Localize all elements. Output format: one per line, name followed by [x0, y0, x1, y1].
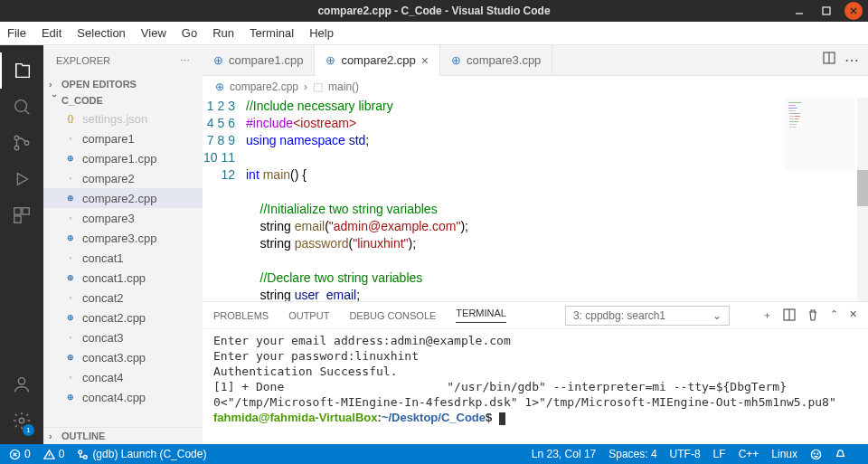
editor-tab[interactable]: ⊕compare3.cpp — [440, 45, 552, 76]
file-row[interactable]: ◦compare3 — [43, 208, 203, 228]
file-row[interactable]: ◦compare1 — [43, 128, 203, 148]
file-row[interactable]: ◦concat3 — [43, 327, 203, 347]
cpp-file-icon: ⊕ — [451, 53, 461, 67]
status-eol[interactable]: LF — [713, 448, 726, 460]
editor-scrollbar[interactable] — [857, 98, 868, 301]
status-lang[interactable]: C++ — [739, 448, 760, 460]
terminal-output[interactable]: Enter your email address:admin@example.c… — [203, 329, 868, 444]
line-gutter: 1 2 3 4 5 6 7 8 9 10 11 12 — [203, 98, 246, 301]
activity-settings-icon[interactable]: 1 — [0, 402, 43, 439]
close-panel-icon[interactable]: ✕ — [849, 308, 857, 323]
file-label: concat4 — [82, 371, 124, 384]
svg-point-26 — [814, 453, 815, 454]
file-row[interactable]: ⊕compare1.cpp — [43, 148, 203, 168]
file-row[interactable]: ⊕concat1.cpp — [43, 268, 203, 288]
file-row[interactable]: ⊕compare3.cpp — [43, 228, 203, 248]
cpp-file-icon: ⊕ — [215, 80, 224, 93]
status-encoding[interactable]: UTF-8 — [670, 448, 701, 460]
status-errors[interactable]: 0 — [9, 448, 31, 460]
status-spaces[interactable]: Spaces: 4 — [609, 448, 656, 460]
activity-scm-icon[interactable] — [0, 125, 43, 161]
sidebar-more-icon[interactable]: ⋯ — [180, 55, 190, 67]
section-project[interactable]: ›C_CODE — [43, 92, 203, 109]
breadcrumb-file[interactable]: compare2.cpp — [230, 80, 298, 93]
file-label: compare1.cpp — [82, 152, 156, 166]
file-row[interactable]: ⊕concat4.cpp — [43, 387, 203, 407]
window-maximize-button[interactable] — [817, 2, 835, 20]
activity-debug-icon[interactable] — [0, 161, 43, 197]
close-tab-icon[interactable]: × — [421, 53, 429, 68]
file-icon: ⊕ — [63, 350, 78, 365]
panel-tab-debug[interactable]: DEBUG CONSOLE — [349, 310, 436, 321]
editor-tabbar: ⊕compare1.cpp⊕compare2.cpp×⊕compare3.cpp… — [203, 45, 868, 76]
file-label: concat3 — [82, 331, 124, 345]
menu-file[interactable]: File — [7, 26, 26, 40]
window-titlebar: compare2.cpp - C_Code - Visual Studio Co… — [0, 0, 868, 22]
activity-extensions-icon[interactable] — [0, 197, 43, 233]
svg-rect-11 — [23, 208, 29, 214]
editor-tab[interactable]: ⊕compare1.cpp — [203, 45, 315, 76]
menu-go[interactable]: Go — [182, 26, 197, 40]
menu-edit[interactable]: Edit — [42, 26, 61, 40]
svg-point-27 — [817, 453, 818, 454]
status-bell-icon[interactable] — [835, 449, 846, 460]
file-icon: ◦ — [63, 211, 78, 225]
file-row[interactable]: ⊕compare2.cpp — [43, 188, 203, 208]
file-row[interactable]: ⊕concat2.cpp — [43, 308, 203, 327]
status-ln-col[interactable]: Ln 23, Col 17 — [532, 448, 596, 460]
file-row[interactable]: ◦concat2 — [43, 288, 203, 308]
status-feedback-icon[interactable] — [810, 449, 822, 460]
split-editor-icon[interactable] — [823, 52, 835, 69]
editor-more-icon[interactable]: ⋯ — [844, 52, 859, 69]
editor-tab[interactable]: ⊕compare2.cpp× — [315, 45, 440, 76]
section-outline[interactable]: ›OUTLINE — [43, 427, 203, 444]
window-close-button[interactable] — [844, 2, 863, 20]
file-label: compare1 — [82, 132, 135, 146]
panel-tab-output[interactable]: OUTPUT — [288, 310, 329, 321]
activity-account-icon[interactable] — [0, 366, 43, 402]
panel-tab-problems[interactable]: PROBLEMS — [213, 310, 269, 321]
maximize-panel-icon[interactable]: ⌃ — [830, 308, 838, 323]
status-bar: 0 0 (gdb) Launch (C_Code) Ln 23, Col 17 … — [0, 444, 868, 464]
file-row[interactable]: ◦concat4 — [43, 367, 203, 387]
settings-badge: 1 — [23, 424, 34, 436]
section-open-editors[interactable]: ›OPEN EDITORS — [43, 76, 203, 92]
breadcrumb-symbol[interactable]: main() — [328, 80, 359, 93]
file-row[interactable]: ⊕concat3.cpp — [43, 347, 203, 367]
tab-label: compare2.cpp — [341, 53, 415, 67]
file-label: concat1 — [82, 251, 124, 265]
file-row[interactable]: {}settings.json — [43, 109, 203, 128]
menu-help[interactable]: Help — [309, 26, 334, 40]
activity-search-icon[interactable] — [0, 89, 43, 125]
kill-terminal-icon[interactable] — [807, 308, 819, 323]
file-icon: ◦ — [63, 171, 78, 185]
file-label: compare3 — [82, 212, 135, 225]
menu-view[interactable]: View — [141, 26, 166, 40]
svg-point-13 — [18, 378, 24, 384]
minimap[interactable]: ▬▬▬▬▬▬▬▬▬▬▬▬▬▬▬▬▬▬▬▬ ▬▬▬▬▬▬ ▬▬▬▬▬▬ ▬▬▬▬▬… — [785, 98, 855, 170]
menu-terminal[interactable]: Terminal — [250, 26, 294, 40]
svg-point-24 — [84, 455, 88, 459]
svg-point-7 — [14, 146, 19, 150]
window-minimize-button[interactable] — [790, 2, 808, 20]
file-row[interactable]: ◦concat1 — [43, 248, 203, 268]
code-content[interactable]: //Include necessary library #include<ios… — [246, 98, 868, 301]
file-label: compare2 — [82, 172, 135, 185]
menu-selection[interactable]: Selection — [77, 26, 125, 40]
menu-run[interactable]: Run — [212, 26, 234, 40]
code-editor[interactable]: 1 2 3 4 5 6 7 8 9 10 11 12 //Include nec… — [203, 98, 868, 301]
status-os[interactable]: Linux — [771, 448, 797, 460]
svg-marker-9 — [17, 174, 27, 185]
panel-tab-terminal[interactable]: TERMINAL — [456, 308, 506, 323]
breadcrumb[interactable]: ⊕ compare2.cpp › ⬚ main() — [203, 76, 868, 98]
activity-explorer-icon[interactable] — [0, 52, 43, 89]
split-terminal-icon[interactable] — [783, 308, 796, 323]
svg-point-25 — [811, 450, 820, 459]
file-row[interactable]: ◦compare2 — [43, 168, 203, 188]
terminal-selector[interactable]: 3: cppdbg: search1⌄ — [565, 306, 730, 326]
new-terminal-icon[interactable]: ＋ — [762, 308, 772, 323]
file-icon: {} — [63, 111, 78, 126]
status-warnings[interactable]: 0 — [43, 448, 65, 460]
status-launch[interactable]: (gdb) Launch (C_Code) — [77, 448, 206, 460]
activity-bar: 1 — [0, 45, 43, 444]
